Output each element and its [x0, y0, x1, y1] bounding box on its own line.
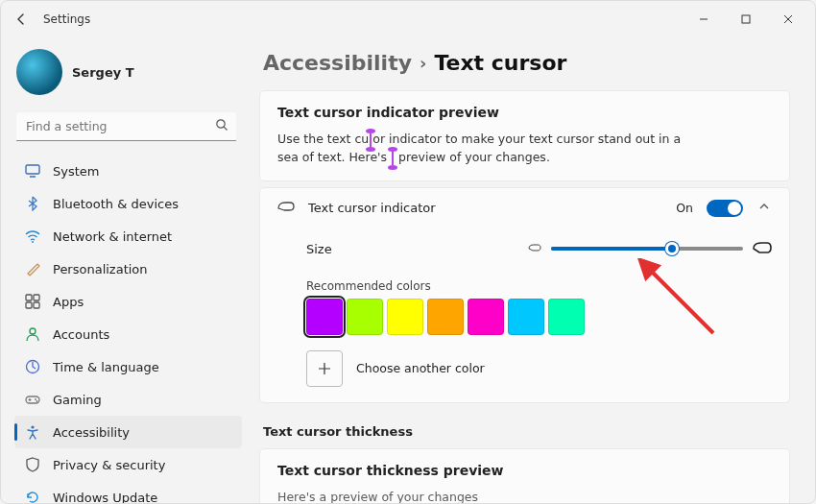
chevron-up-icon[interactable] — [756, 201, 772, 215]
maximize-button[interactable] — [725, 5, 767, 34]
sidebar-item-personalization[interactable]: Personalization — [14, 252, 242, 285]
preview-card: Text cursor indicator preview Use the te… — [259, 90, 790, 181]
sidebar-item-accounts[interactable]: Accounts — [14, 318, 242, 350]
preview-text: Use the text cuor indicator to make your… — [277, 130, 690, 167]
window-title: Settings — [43, 12, 90, 26]
sidebar-item-label: Gaming — [53, 393, 102, 407]
paintbrush-icon — [24, 260, 41, 277]
svg-point-16 — [31, 425, 34, 428]
settings-window: Settings Sergey T SystemBluetooth & devi… — [0, 0, 816, 504]
indicator-panel: Text cursor indicator On Size — [259, 187, 790, 403]
svg-rect-8 — [34, 295, 39, 300]
sidebar-item-apps[interactable]: Apps — [14, 285, 242, 318]
breadcrumb: Accessibility › Text cursor — [263, 51, 790, 75]
color-swatch[interactable] — [347, 299, 383, 335]
sidebar-item-label: Windows Update — [53, 491, 157, 504]
sidebar-item-bluetooth-devices[interactable]: Bluetooth & devices — [14, 187, 242, 220]
minimize-button[interactable] — [683, 5, 725, 34]
clock-globe-icon — [24, 358, 41, 375]
sidebar-item-network-internet[interactable]: Network & internet — [14, 220, 242, 252]
search-box — [16, 112, 236, 141]
size-row: Size — [260, 228, 789, 270]
svg-rect-1 — [742, 15, 750, 23]
search-input[interactable] — [16, 112, 236, 141]
color-swatch[interactable] — [548, 299, 585, 335]
choose-color-row: Choose another color — [260, 350, 789, 402]
wifi-icon — [24, 228, 41, 245]
add-color-button[interactable] — [306, 350, 343, 387]
slider-fill — [551, 247, 672, 251]
search-icon — [215, 118, 228, 134]
back-button[interactable] — [7, 5, 36, 34]
color-swatch[interactable] — [468, 299, 504, 335]
choose-color-label: Choose another color — [356, 361, 485, 375]
shield-icon — [24, 456, 41, 473]
indicator-toggle[interactable] — [707, 200, 743, 217]
thickness-section-heading: Text cursor thickness — [259, 409, 790, 448]
apps-icon — [24, 293, 41, 310]
sidebar: Sergey T SystemBluetooth & devicesNetwor… — [1, 37, 246, 503]
titlebar: Settings — [1, 1, 815, 37]
sidebar-item-label: Privacy & security — [53, 458, 165, 472]
svg-rect-10 — [34, 302, 39, 308]
color-swatch[interactable] — [508, 299, 544, 335]
size-large-icon — [753, 242, 772, 255]
svg-rect-4 — [26, 165, 39, 174]
breadcrumb-current: Text cursor — [434, 51, 566, 75]
sidebar-item-gaming[interactable]: Gaming — [14, 383, 242, 416]
size-small-icon — [528, 244, 541, 253]
sidebar-item-accessibility[interactable]: Accessibility — [14, 416, 242, 448]
preview-heading: Text cursor indicator preview — [277, 105, 772, 120]
update-icon — [24, 489, 41, 503]
thickness-preview-heading: Text cursor thickness preview — [277, 463, 772, 478]
svg-point-11 — [30, 328, 36, 334]
svg-point-6 — [32, 241, 34, 243]
sidebar-item-label: Time & language — [53, 360, 159, 374]
color-swatch[interactable] — [427, 299, 464, 335]
slider-thumb[interactable] — [665, 242, 679, 255]
sidebar-item-windows-update[interactable]: Windows Update — [14, 481, 242, 503]
svg-point-15 — [36, 400, 38, 402]
avatar — [16, 49, 62, 95]
toggle-state-label: On — [676, 201, 693, 215]
cursor-indicator-preview-1 — [370, 133, 372, 147]
indicator-header-row[interactable]: Text cursor indicator On — [260, 188, 789, 228]
breadcrumb-parent[interactable]: Accessibility — [263, 51, 412, 75]
size-slider[interactable] — [551, 247, 743, 251]
sidebar-item-label: Accessibility — [53, 425, 130, 440]
sidebar-item-label: Apps — [53, 295, 84, 309]
user-tile[interactable]: Sergey T — [14, 43, 242, 108]
svg-point-2 — [217, 120, 225, 128]
tag-icon — [277, 202, 295, 215]
color-swatches — [306, 299, 772, 335]
svg-line-3 — [224, 127, 227, 130]
color-swatch[interactable] — [306, 299, 343, 335]
sidebar-item-time-language[interactable]: Time & language — [14, 350, 242, 383]
chevron-right-icon: › — [420, 53, 426, 73]
nav-list: SystemBluetooth & devicesNetwork & inter… — [14, 155, 242, 503]
sidebar-item-privacy-security[interactable]: Privacy & security — [14, 448, 242, 481]
close-button[interactable] — [767, 5, 809, 34]
svg-point-14 — [35, 398, 36, 400]
gaming-icon — [24, 391, 41, 408]
system-icon — [24, 162, 41, 180]
sidebar-item-system[interactable]: System — [14, 155, 242, 187]
sidebar-item-label: Bluetooth & devices — [53, 197, 179, 211]
cursor-indicator-preview-2 — [392, 152, 394, 165]
svg-rect-13 — [26, 396, 39, 403]
indicator-label: Text cursor indicator — [308, 201, 436, 215]
color-swatch[interactable] — [387, 299, 423, 335]
main-content: Accessibility › Text cursor Text cursor … — [246, 37, 815, 503]
sidebar-item-label: Accounts — [53, 327, 109, 342]
sidebar-item-label: System — [53, 164, 99, 179]
svg-rect-7 — [26, 295, 32, 300]
bluetooth-icon — [24, 195, 41, 212]
person-icon — [24, 325, 41, 343]
user-name: Sergey T — [72, 65, 134, 80]
svg-rect-9 — [26, 302, 32, 308]
colors-label: Recommended colors — [306, 279, 772, 293]
thickness-preview-text: Here's a preview of your changes — [277, 488, 690, 503]
thickness-preview-card: Text cursor thickness preview Here's a p… — [259, 448, 790, 503]
accessibility-icon — [24, 423, 41, 441]
sidebar-item-label: Personalization — [53, 262, 148, 276]
